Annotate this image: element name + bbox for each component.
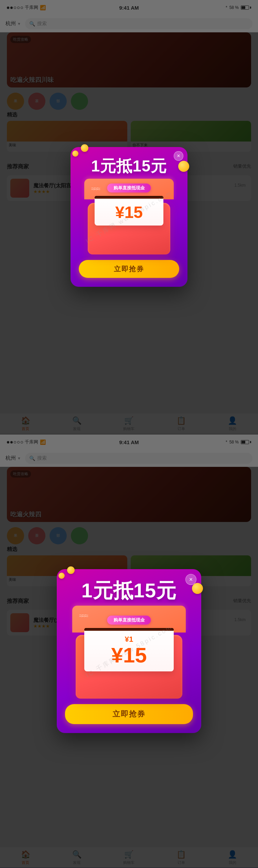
coupon-sub-tag-1: 购单直接抵现金	[107, 184, 151, 192]
coupon-popup-1: × 1元抵15元 购单直接抵现金 ≈≈≈ ¥15 立即抢券	[71, 147, 187, 287]
machine-wave-1: ≈≈≈	[91, 185, 99, 193]
machine-wave-2: ≈≈≈	[79, 612, 87, 620]
overlay-2: × 1元抵15元 购单直接抵现金 ≈≈≈ ¥1 ¥15 立即抢券	[0, 435, 258, 868]
coupon-title-2: 1元抵15元	[82, 579, 177, 602]
claim-button-2[interactable]: 立即抢券	[65, 704, 193, 724]
coupon-paper-2: ¥1 ¥15	[84, 631, 174, 671]
coin-deco-2-3	[58, 573, 65, 579]
coupon-sub-tag-2: 购单直接抵现金	[107, 616, 151, 625]
coupon-paper-1: ¥15	[95, 199, 163, 226]
overlay-1: × 1元抵15元 购单直接抵现金 ≈≈≈ ¥15 立即抢券	[0, 0, 258, 434]
coin-deco-2-2	[192, 583, 203, 594]
coin-decoration-2	[178, 161, 189, 172]
paper-amount-2: ¥15	[111, 645, 147, 666]
screen-1: 千库网 📶 9:41 AM * 58 % 杭州 ▼ 🔍 搜索 吃货攻	[0, 0, 258, 434]
coupon-title-1: 1元抵15元	[91, 157, 167, 175]
close-button-1[interactable]: ×	[174, 151, 183, 161]
screen-2: 千库网 📶 9:41 AM * 58 % 杭州 ▼ 🔍 搜索 吃货攻	[0, 434, 258, 868]
pay-amount-2: ¥1	[125, 635, 133, 644]
coin-decoration-3	[72, 150, 78, 157]
paper-amount-1: ¥15	[115, 204, 143, 221]
close-button-2[interactable]: ×	[185, 574, 196, 585]
coupon-popup-2: × 1元抵15元 购单直接抵现金 ≈≈≈ ¥1 ¥15 立即抢券	[57, 569, 201, 733]
coin-decoration-1	[81, 144, 88, 152]
coin-deco-2-1	[67, 566, 75, 574]
claim-button-1[interactable]: 立即抢券	[79, 260, 179, 278]
